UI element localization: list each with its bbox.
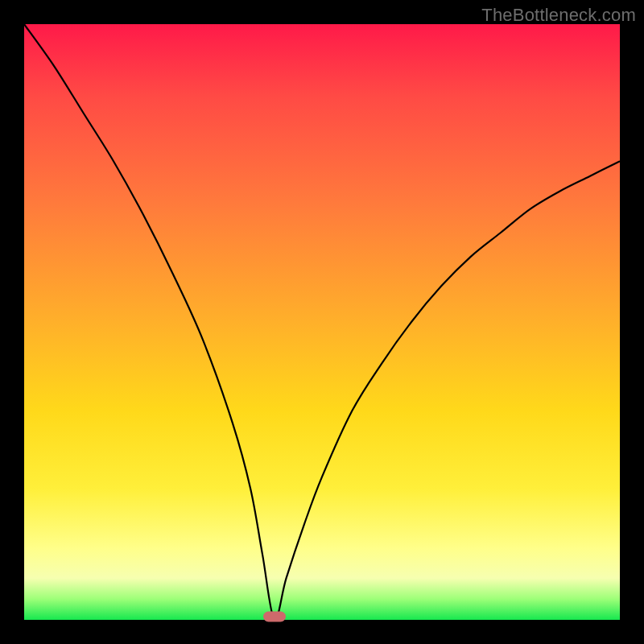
curve-path xyxy=(24,24,620,620)
bottleneck-marker xyxy=(263,612,286,622)
watermark-text: TheBottleneck.com xyxy=(481,5,636,26)
chart-container: TheBottleneck.com xyxy=(0,0,644,644)
plot-area xyxy=(24,24,620,620)
bottleneck-curve xyxy=(24,24,620,620)
